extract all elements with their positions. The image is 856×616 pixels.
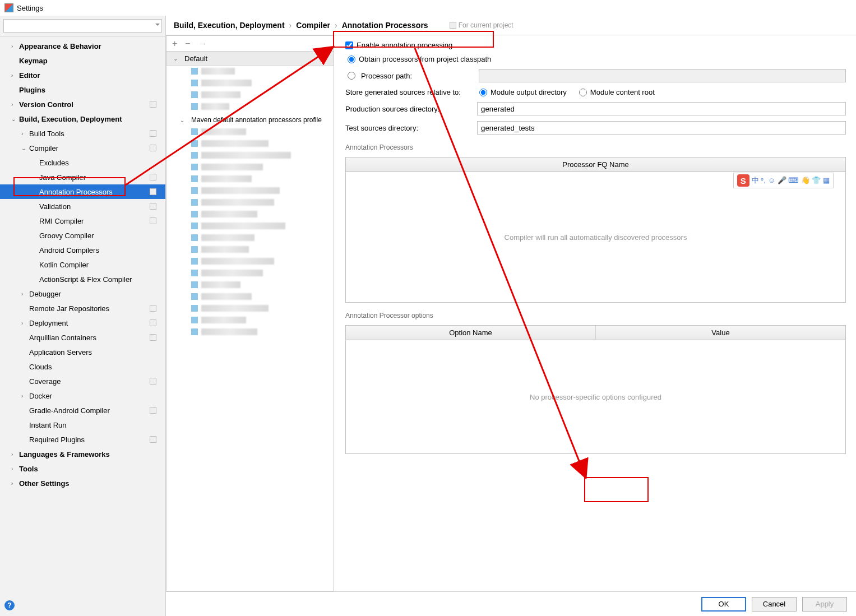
crumb-1[interactable]: Compiler xyxy=(296,21,330,30)
module-name-redacted xyxy=(201,211,257,217)
processor-path-radio[interactable] xyxy=(348,72,355,80)
tree-item-build-tools[interactable]: ›Build Tools xyxy=(0,126,165,141)
ok-button[interactable]: OK xyxy=(701,597,746,612)
tree-item-remote-jar-repositories[interactable]: Remote Jar Repositories xyxy=(0,301,165,316)
for-current-project: For current project xyxy=(450,21,513,29)
search-dropdown-icon[interactable] xyxy=(155,24,160,26)
profile-toolbar: + − → xyxy=(166,36,334,52)
tree-item-rmi-compiler[interactable]: RMI Compiler xyxy=(0,214,165,228)
enable-annotation-checkbox[interactable] xyxy=(345,41,353,49)
processor-options-section: Annotation Processor options xyxy=(345,312,846,319)
store-relative-label: Store generated sources relative to: xyxy=(345,88,471,96)
module-item-redacted[interactable] xyxy=(191,66,334,76)
module-item-redacted[interactable] xyxy=(191,291,334,302)
module-name-redacted xyxy=(201,328,257,335)
prod-dir-input[interactable] xyxy=(477,102,846,115)
tree-item-languages-frameworks[interactable]: ›Languages & Frameworks xyxy=(0,447,165,461)
tree-item-android-compilers[interactable]: Android Compilers xyxy=(0,243,165,257)
tree-item-debugger[interactable]: ›Debugger xyxy=(0,286,165,301)
module-icon xyxy=(191,258,198,265)
profile-default[interactable]: ⌄ Default xyxy=(166,52,334,66)
module-output-radio[interactable] xyxy=(479,89,487,96)
option-value-header[interactable]: Value xyxy=(596,326,845,340)
tree-item-clouds[interactable]: Clouds xyxy=(0,359,165,374)
module-item-redacted[interactable] xyxy=(191,186,334,196)
module-content-label: Module content root xyxy=(590,88,655,96)
cancel-button[interactable]: Cancel xyxy=(752,597,797,612)
tree-item-tools[interactable]: ›Tools xyxy=(0,461,165,476)
processor-fqname-header[interactable]: Processor FQ Name xyxy=(346,158,845,172)
tree-item-label: Deployment xyxy=(29,319,68,327)
tree-item-java-compiler[interactable]: Java Compiler xyxy=(0,170,165,184)
help-icon[interactable]: ? xyxy=(4,600,15,610)
tree-item-compiler[interactable]: ⌄Compiler xyxy=(0,141,165,155)
search-input[interactable] xyxy=(3,19,162,33)
tree-item-docker[interactable]: ›Docker xyxy=(0,388,165,403)
module-item-redacted[interactable] xyxy=(191,280,334,290)
tree-item-plugins[interactable]: Plugins xyxy=(0,82,165,97)
options-table: Option Name Value No processor-specific … xyxy=(345,325,846,454)
ime-chars: 中 ᵒ, ☺ 🎤 ⌨ 👋 👕 ▦ xyxy=(752,175,830,186)
tree-item-excludes[interactable]: Excludes xyxy=(0,155,165,170)
module-icon xyxy=(191,187,198,194)
module-scope-icon xyxy=(150,188,156,195)
tree-item-application-servers[interactable]: Application Servers xyxy=(0,345,165,359)
settings-tree: ›Appearance & BehaviorKeymap›EditorPlugi… xyxy=(0,36,165,616)
module-item-redacted[interactable] xyxy=(191,127,334,137)
tree-item-build-execution-deployment[interactable]: ⌄Build, Execution, Deployment xyxy=(0,112,165,126)
module-scope-icon xyxy=(150,130,156,137)
module-item-redacted[interactable] xyxy=(191,315,334,325)
module-item-redacted[interactable] xyxy=(191,244,334,254)
tree-item-coverage[interactable]: Coverage xyxy=(0,374,165,388)
tree-item-keymap[interactable]: Keymap xyxy=(0,53,165,68)
module-item-redacted[interactable] xyxy=(191,101,334,112)
enable-annotation-label: Enable annotation processing xyxy=(357,41,452,49)
module-item-redacted[interactable] xyxy=(191,233,334,243)
module-item-redacted[interactable] xyxy=(191,303,334,313)
test-dir-input[interactable] xyxy=(477,121,846,135)
module-content-radio[interactable] xyxy=(579,89,587,96)
module-item-redacted[interactable] xyxy=(191,162,334,172)
module-item-redacted[interactable] xyxy=(191,138,334,149)
tree-item-other-settings[interactable]: ›Other Settings xyxy=(0,476,165,490)
profile-maven[interactable]: ⌄ Maven default annotation processors pr… xyxy=(166,113,334,127)
tree-item-label: Languages & Frameworks xyxy=(19,450,110,458)
module-item-redacted[interactable] xyxy=(191,150,334,160)
crumb-0[interactable]: Build, Execution, Deployment xyxy=(174,21,285,30)
module-name-redacted xyxy=(201,187,280,194)
tree-item-groovy-compiler[interactable]: Groovy Compiler xyxy=(0,228,165,243)
tree-item-label: Validation xyxy=(39,202,71,211)
tree-item-deployment[interactable]: ›Deployment xyxy=(0,316,165,330)
module-scope-icon xyxy=(150,217,156,224)
obtain-classpath-radio[interactable] xyxy=(348,55,355,63)
chevron-right-icon: › xyxy=(21,393,29,399)
tree-item-instant-run[interactable]: Instant Run xyxy=(0,418,165,432)
module-icon xyxy=(191,152,198,159)
add-profile-icon[interactable]: + xyxy=(172,39,177,49)
tree-item-gradle-android-compiler[interactable]: Gradle-Android Compiler xyxy=(0,403,165,418)
move-profile-icon[interactable]: → xyxy=(198,39,207,49)
module-item-redacted[interactable] xyxy=(191,174,334,184)
module-item-redacted[interactable] xyxy=(191,209,334,219)
tree-item-actionscript-flex-compiler[interactable]: ActionScript & Flex Compiler xyxy=(0,272,165,286)
tree-item-version-control[interactable]: ›Version Control xyxy=(0,97,165,112)
tree-item-kotlin-compiler[interactable]: Kotlin Compiler xyxy=(0,257,165,272)
tree-item-annotation-processors[interactable]: Annotation Processors xyxy=(0,184,165,199)
tree-item-editor[interactable]: ›Editor xyxy=(0,68,165,82)
tree-item-validation[interactable]: Validation xyxy=(0,199,165,214)
module-item-redacted[interactable] xyxy=(191,327,334,337)
tree-item-required-plugins[interactable]: Required Plugins xyxy=(0,432,165,447)
module-scope-icon xyxy=(150,305,156,312)
module-item-redacted[interactable] xyxy=(191,221,334,231)
tree-item-arquillian-containers[interactable]: Arquillian Containers xyxy=(0,330,165,345)
tree-item-appearance-behavior[interactable]: ›Appearance & Behavior xyxy=(0,39,165,53)
remove-profile-icon[interactable]: − xyxy=(185,39,190,49)
module-item-redacted[interactable] xyxy=(191,90,334,100)
module-item-redacted[interactable] xyxy=(191,268,334,278)
module-item-redacted[interactable] xyxy=(191,197,334,207)
module-item-redacted[interactable] xyxy=(191,78,334,88)
module-scope-icon xyxy=(150,407,156,414)
module-item-redacted[interactable] xyxy=(191,256,334,266)
ime-toolbar[interactable]: S 中 ᵒ, ☺ 🎤 ⌨ 👋 👕 ▦ xyxy=(733,173,834,188)
option-name-header[interactable]: Option Name xyxy=(346,326,596,340)
